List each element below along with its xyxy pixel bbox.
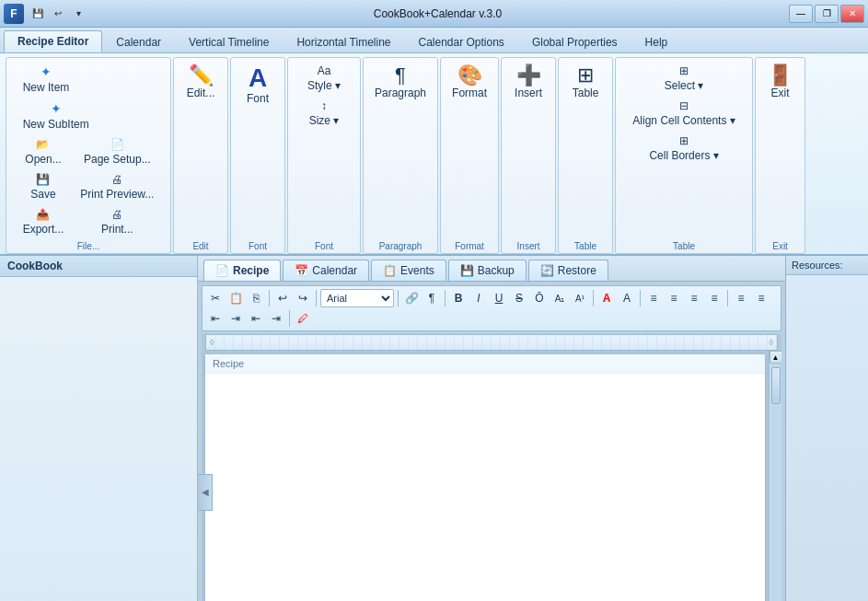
fmt-overline[interactable]: Ō — [530, 289, 549, 307]
fmt-highlight[interactable]: A — [618, 289, 636, 307]
font-dropdown[interactable]: Arial Times New Roman Verdana — [320, 289, 394, 307]
tab-horizontal-timeline[interactable]: Horizontal Timeline — [283, 31, 404, 52]
events-tab-icon: 📋 — [383, 264, 397, 277]
font-icon: A — [249, 65, 267, 91]
fmt-numbered[interactable]: ≡ — [752, 289, 770, 307]
qa-dropdown[interactable]: ▾ — [70, 6, 87, 22]
ruler: ◊ ◊ — [205, 334, 778, 351]
select-icon: ⊞ — [679, 64, 689, 77]
print-preview-button[interactable]: 🖨 Print Preview... — [75, 170, 159, 203]
fmt-sep8 — [289, 310, 290, 327]
doc-main: ◊ ◊ Recipe ▲ ▼ — [202, 334, 781, 601]
fmt-underline[interactable]: U — [490, 289, 508, 307]
select-button[interactable]: ⊞ Select ▾ — [627, 62, 740, 95]
fmt-undo[interactable]: ↩ — [273, 289, 292, 307]
tab-global-properties[interactable]: Global Properties — [518, 31, 631, 52]
tab-vertical-timeline[interactable]: Vertical Timeline — [175, 31, 283, 52]
fmt-indent-more[interactable]: ⇥ — [226, 309, 245, 328]
doc-tab-recipe[interactable]: 📄 Recipe — [203, 260, 281, 281]
fmt-align-right[interactable]: ≡ — [685, 289, 703, 307]
open-button[interactable]: 📂 Open... — [17, 135, 70, 168]
sidebar-collapse-button[interactable]: ◀ — [198, 474, 213, 511]
doc-tab-calendar[interactable]: 📅 Calendar — [283, 260, 369, 281]
format-group-label: Format — [441, 241, 498, 251]
recipe-area-label: Recipe — [205, 354, 765, 374]
content-panel: 📄 Recipe 📅 Calendar 📋 Events 💾 Backup 🔄 … — [198, 256, 785, 601]
save-button[interactable]: 💾 Save — [17, 170, 70, 203]
fmt-superscript[interactable]: A¹ — [571, 289, 589, 307]
format-group-content: 🎨 Format — [446, 62, 492, 251]
fmt-sep3 — [398, 290, 399, 306]
ribbon-group-font: A Font Font — [230, 57, 285, 254]
export-button[interactable]: 📤 Export... — [17, 205, 70, 238]
paragraph-button[interactable]: ¶ Paragraph — [369, 62, 432, 113]
close-button[interactable]: ✕ — [840, 5, 864, 23]
tab-recipe-editor[interactable]: Recipe Editor — [4, 30, 102, 52]
style-button[interactable]: Aa Style ▾ — [302, 62, 346, 95]
fmt-align-justify[interactable]: ≡ — [705, 289, 723, 307]
minimize-button[interactable]: — — [789, 5, 813, 23]
fmt-redo[interactable]: ↪ — [294, 289, 312, 307]
backup-tab-icon: 💾 — [460, 264, 474, 277]
ribbon-group-file: ✦ New Item ✦ New SubItem 📂 Open... � — [6, 57, 171, 254]
fmt-clear-format[interactable]: 🖊 — [294, 309, 312, 328]
cell-borders-button[interactable]: ⊞ Cell Borders ▾ — [627, 132, 740, 165]
calendar-tab-icon: 📅 — [295, 264, 308, 277]
fmt-bullets[interactable]: ≡ — [732, 289, 750, 307]
fmt-paragraph-mark[interactable]: ¶ — [422, 289, 441, 307]
font-button[interactable]: A Font — [241, 62, 274, 119]
exit-group-content: 🚪 Exit — [762, 62, 798, 251]
tab-calendar-options[interactable]: Calendar Options — [404, 31, 517, 52]
new-subitem-button[interactable]: ✦ New SubItem — [17, 98, 95, 133]
fmt-paste[interactable]: ⎘ — [247, 289, 265, 307]
fmt-ltr[interactable]: ⇥ — [267, 309, 285, 328]
fmt-sep4 — [445, 290, 446, 306]
page-setup-button[interactable]: 📄 Page Setup... — [75, 135, 159, 168]
edit-button[interactable]: ✏️ Edit... — [181, 62, 221, 113]
print-button[interactable]: 🖨 Print... — [75, 205, 159, 238]
fmt-strikethrough[interactable]: S — [510, 289, 528, 307]
page-setup-icon: 📄 — [110, 138, 124, 151]
quick-save-btn[interactable]: 💾 — [29, 6, 46, 22]
fmt-bold[interactable]: B — [449, 289, 468, 307]
align-cell-icon: ⊟ — [679, 99, 689, 112]
fmt-cut[interactable]: ✂ — [206, 289, 225, 307]
table-button[interactable]: ⊞ Table — [567, 62, 605, 113]
font-group-content: A Font — [241, 62, 274, 251]
fmt-italic[interactable]: I — [469, 289, 488, 307]
fmt-sep1 — [269, 290, 270, 306]
restore-button[interactable]: ❐ — [815, 5, 839, 23]
table-group-content: ⊞ Table — [567, 62, 605, 251]
ribbon-group-table: ⊞ Table Table — [558, 57, 613, 254]
scrollbar-thumb[interactable] — [771, 367, 781, 404]
fmt-align-left[interactable]: ≡ — [644, 289, 663, 307]
align-cell-button[interactable]: ⊟ Align Cell Contents ▾ — [627, 97, 740, 130]
ribbon-tabs: Recipe Editor Calendar Vertical Timeline… — [0, 28, 868, 53]
doc-tab-events[interactable]: 📋 Events — [371, 260, 446, 281]
tab-help[interactable]: Help — [631, 31, 682, 52]
doc-white-page[interactable]: Recipe — [205, 354, 765, 601]
fmt-link[interactable]: 🔗 — [402, 289, 421, 307]
recipe-tab-label: Recipe — [233, 264, 269, 277]
fmt-align-center[interactable]: ≡ — [665, 289, 683, 307]
exit-button[interactable]: 🚪 Exit — [762, 62, 798, 113]
ribbon-group-insert: ➕ Insert Insert — [501, 57, 556, 254]
size-button[interactable]: ↕ Size ▾ — [302, 97, 346, 130]
ribbon-group-edit: ✏️ Edit... Edit — [173, 57, 228, 254]
window-controls: — ❐ ✕ — [789, 5, 864, 23]
format-button[interactable]: 🎨 Format — [446, 62, 492, 113]
fmt-subscript[interactable]: A₁ — [550, 289, 569, 307]
quick-undo-btn[interactable]: ↩ — [50, 6, 66, 22]
doc-tab-backup[interactable]: 💾 Backup — [448, 260, 527, 281]
new-subitem-icon: ✦ — [51, 101, 62, 116]
fmt-indent-less[interactable]: ⇤ — [206, 309, 225, 328]
tab-calendar[interactable]: Calendar — [102, 31, 175, 52]
fmt-font-color[interactable]: A — [597, 289, 616, 307]
fmt-rtl[interactable]: ⇤ — [247, 309, 265, 328]
scroll-up-button[interactable]: ▲ — [770, 351, 782, 364]
main-area: CookBook 🔍 Recipe Name Main Ingredients … — [0, 256, 868, 601]
doc-tab-restore[interactable]: 🔄 Restore — [528, 260, 608, 281]
new-item-button[interactable]: ✦ New Item — [17, 62, 75, 97]
insert-button[interactable]: ➕ Insert — [509, 62, 548, 113]
fmt-copy[interactable]: 📋 — [226, 289, 245, 307]
